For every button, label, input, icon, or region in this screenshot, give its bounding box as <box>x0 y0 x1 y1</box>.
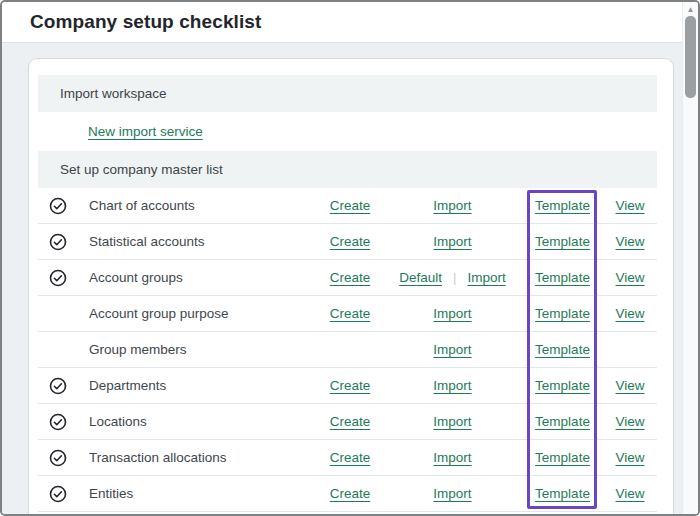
template-link[interactable]: Template <box>535 342 590 357</box>
scrollbar-thumb[interactable] <box>685 16 696 98</box>
link-separator: | <box>453 270 456 285</box>
completed-check-icon <box>49 377 67 395</box>
checklist-row-account-group-purpose: Account group purpose Create Import Temp… <box>38 296 657 332</box>
view-link[interactable]: View <box>615 378 644 393</box>
create-link[interactable]: Create <box>330 234 371 249</box>
checklist-row-departments: Departments Create Import Template View <box>38 368 657 404</box>
template-link[interactable]: Template <box>535 486 590 501</box>
row-label: Account group purpose <box>80 306 315 321</box>
completed-check-icon <box>49 269 67 287</box>
import-link[interactable]: Import <box>433 450 471 465</box>
template-link[interactable]: Template <box>535 270 590 285</box>
template-link[interactable]: Template <box>535 306 590 321</box>
create-link[interactable]: Create <box>330 306 371 321</box>
template-link[interactable]: Template <box>535 450 590 465</box>
default-link[interactable]: Default <box>399 270 442 285</box>
checklist-row-transaction-allocations: Transaction allocations Create Import Te… <box>38 440 657 476</box>
completed-check-icon <box>49 197 67 215</box>
section-header-label: Set up company master list <box>60 162 223 177</box>
completed-check-icon <box>49 485 67 503</box>
template-link[interactable]: Template <box>535 234 590 249</box>
import-link[interactable]: Import <box>433 342 471 357</box>
checklist-row-chart-of-accounts: Chart of accounts Create Import Template… <box>38 188 657 224</box>
row-label: Statistical accounts <box>80 234 315 249</box>
section-header-master-list: Set up company master list <box>38 151 657 188</box>
section-header-label: Import workspace <box>60 86 167 101</box>
import-link[interactable]: Import <box>433 198 471 213</box>
checklist-row-statistical-accounts: Statistical accounts Create Import Templ… <box>38 224 657 260</box>
checklist-row-entities: Entities Create Import Template View <box>38 476 657 512</box>
completed-check-icon <box>49 449 67 467</box>
create-link[interactable]: Create <box>330 378 371 393</box>
import-link[interactable]: Import <box>433 234 471 249</box>
view-link[interactable]: View <box>615 270 644 285</box>
checklist-card: Import workspace New import service Set … <box>28 58 674 516</box>
row-label: Transaction allocations <box>80 450 315 465</box>
row-label: Departments <box>80 378 315 393</box>
section-header-import-workspace: Import workspace <box>38 75 657 112</box>
row-label: Locations <box>80 414 315 429</box>
scrollbar-up-arrow-icon[interactable]: ▲ <box>683 4 698 15</box>
company-setup-checklist-window: Company setup checklist Import workspace… <box>0 0 700 516</box>
checklist-row-group-members: Group members Import Template <box>38 332 657 368</box>
page-title: Company setup checklist <box>30 11 261 33</box>
create-link[interactable]: Create <box>330 450 371 465</box>
import-link[interactable]: Import <box>433 414 471 429</box>
import-link[interactable]: Import <box>433 378 471 393</box>
view-link[interactable]: View <box>615 234 644 249</box>
create-link[interactable]: Create <box>330 198 371 213</box>
template-link[interactable]: Template <box>535 378 590 393</box>
titlebar: Company setup checklist <box>2 2 698 42</box>
view-link[interactable]: View <box>615 486 644 501</box>
view-link[interactable]: View <box>615 306 644 321</box>
import-link[interactable]: Import <box>433 486 471 501</box>
row-label: Entities <box>80 486 315 501</box>
view-link[interactable]: View <box>615 198 644 213</box>
view-link[interactable]: View <box>615 414 644 429</box>
row-label: Group members <box>80 342 315 357</box>
completed-check-icon <box>49 413 67 431</box>
create-link[interactable]: Create <box>330 270 371 285</box>
checklist-row-account-groups: Account groups Create Default|Import Tem… <box>38 260 657 296</box>
template-link[interactable]: Template <box>535 414 590 429</box>
import-link[interactable]: Import <box>433 306 471 321</box>
row-label: Chart of accounts <box>80 198 315 213</box>
view-link[interactable]: View <box>615 450 644 465</box>
create-link[interactable]: Create <box>330 486 371 501</box>
row-label: Account groups <box>80 270 315 285</box>
import-link[interactable]: Import <box>467 270 505 285</box>
new-import-service-link[interactable]: New import service <box>88 124 203 139</box>
completed-check-icon <box>49 233 67 251</box>
vertical-scrollbar[interactable]: ▲ <box>682 2 698 514</box>
import-workspace-row: New import service <box>38 112 657 151</box>
page-background: Import workspace New import service Set … <box>2 42 698 514</box>
template-link[interactable]: Template <box>535 198 590 213</box>
create-link[interactable]: Create <box>330 414 371 429</box>
checklist-row-locations: Locations Create Import Template View <box>38 404 657 440</box>
